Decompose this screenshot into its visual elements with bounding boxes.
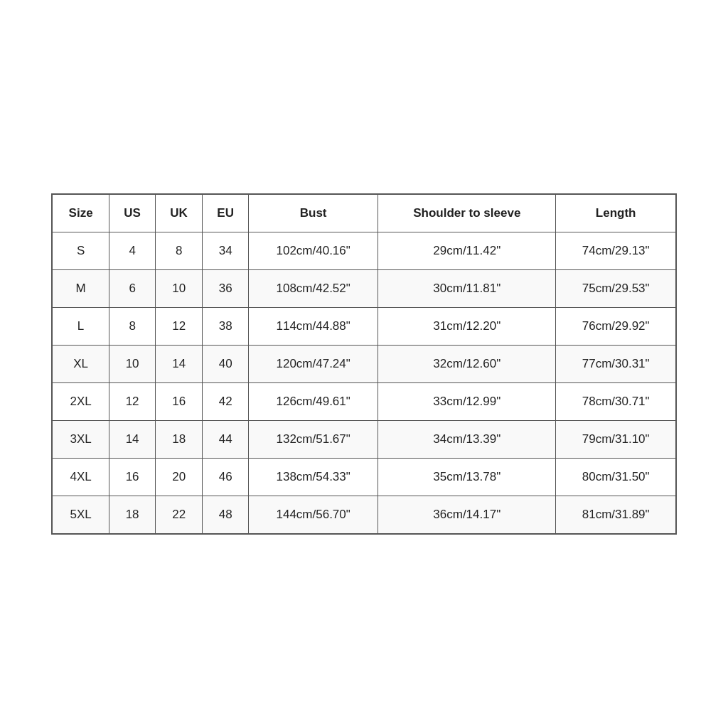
table-row: L81238114cm/44.88"31cm/12.20"76cm/29.92": [52, 308, 676, 346]
cell-r3-c6: 77cm/30.31": [556, 346, 676, 383]
cell-r2-c2: 12: [156, 308, 203, 346]
size-chart-container: SizeUSUKEUBustShoulder to sleeveLength S…: [51, 193, 677, 535]
cell-r2-c1: 8: [109, 308, 156, 346]
cell-r7-c4: 144cm/56.70": [249, 496, 378, 535]
cell-r1-c4: 108cm/42.52": [249, 270, 378, 308]
cell-r4-c2: 16: [156, 383, 203, 421]
cell-r2-c5: 31cm/12.20": [378, 308, 556, 346]
table-header: SizeUSUKEUBustShoulder to sleeveLength: [52, 194, 676, 232]
cell-r6-c6: 80cm/31.50": [556, 459, 676, 496]
cell-r6-c4: 138cm/54.33": [249, 459, 378, 496]
header-col-6: Length: [556, 194, 676, 232]
cell-r3-c5: 32cm/12.60": [378, 346, 556, 383]
cell-r3-c2: 14: [156, 346, 203, 383]
cell-r5-c2: 18: [156, 421, 203, 459]
cell-r7-c3: 48: [203, 496, 249, 535]
cell-r6-c0: 4XL: [52, 459, 109, 496]
cell-r5-c6: 79cm/31.10": [556, 421, 676, 459]
cell-r6-c3: 46: [203, 459, 249, 496]
table-row: 5XL182248144cm/56.70"36cm/14.17"81cm/31.…: [52, 496, 676, 535]
cell-r3-c3: 40: [203, 346, 249, 383]
cell-r4-c1: 12: [109, 383, 156, 421]
cell-r7-c5: 36cm/14.17": [378, 496, 556, 535]
cell-r1-c2: 10: [156, 270, 203, 308]
header-row: SizeUSUKEUBustShoulder to sleeveLength: [52, 194, 676, 232]
cell-r4-c4: 126cm/49.61": [249, 383, 378, 421]
cell-r5-c4: 132cm/51.67": [249, 421, 378, 459]
cell-r7-c1: 18: [109, 496, 156, 535]
cell-r0-c5: 29cm/11.42": [378, 232, 556, 270]
cell-r1-c6: 75cm/29.53": [556, 270, 676, 308]
cell-r1-c5: 30cm/11.81": [378, 270, 556, 308]
cell-r5-c0: 3XL: [52, 421, 109, 459]
cell-r6-c2: 20: [156, 459, 203, 496]
cell-r1-c0: M: [52, 270, 109, 308]
cell-r0-c0: S: [52, 232, 109, 270]
cell-r0-c6: 74cm/29.13": [556, 232, 676, 270]
cell-r5-c1: 14: [109, 421, 156, 459]
table-row: 4XL162046138cm/54.33"35cm/13.78"80cm/31.…: [52, 459, 676, 496]
cell-r0-c1: 4: [109, 232, 156, 270]
cell-r6-c1: 16: [109, 459, 156, 496]
cell-r7-c6: 81cm/31.89": [556, 496, 676, 535]
cell-r3-c1: 10: [109, 346, 156, 383]
header-col-4: Bust: [249, 194, 378, 232]
table-row: M61036108cm/42.52"30cm/11.81"75cm/29.53": [52, 270, 676, 308]
header-col-1: US: [109, 194, 156, 232]
cell-r2-c3: 38: [203, 308, 249, 346]
table-body: S4834102cm/40.16"29cm/11.42"74cm/29.13"M…: [52, 232, 676, 535]
cell-r0-c4: 102cm/40.16": [249, 232, 378, 270]
header-col-5: Shoulder to sleeve: [378, 194, 556, 232]
cell-r4-c5: 33cm/12.99": [378, 383, 556, 421]
cell-r2-c6: 76cm/29.92": [556, 308, 676, 346]
cell-r7-c0: 5XL: [52, 496, 109, 535]
header-col-0: Size: [52, 194, 109, 232]
size-chart-table: SizeUSUKEUBustShoulder to sleeveLength S…: [51, 193, 677, 535]
cell-r3-c0: XL: [52, 346, 109, 383]
cell-r2-c0: L: [52, 308, 109, 346]
cell-r1-c3: 36: [203, 270, 249, 308]
table-row: 3XL141844132cm/51.67"34cm/13.39"79cm/31.…: [52, 421, 676, 459]
table-row: S4834102cm/40.16"29cm/11.42"74cm/29.13": [52, 232, 676, 270]
table-row: XL101440120cm/47.24"32cm/12.60"77cm/30.3…: [52, 346, 676, 383]
cell-r0-c3: 34: [203, 232, 249, 270]
cell-r4-c6: 78cm/30.71": [556, 383, 676, 421]
cell-r4-c0: 2XL: [52, 383, 109, 421]
cell-r0-c2: 8: [156, 232, 203, 270]
cell-r6-c5: 35cm/13.78": [378, 459, 556, 496]
cell-r1-c1: 6: [109, 270, 156, 308]
table-row: 2XL121642126cm/49.61"33cm/12.99"78cm/30.…: [52, 383, 676, 421]
cell-r5-c3: 44: [203, 421, 249, 459]
cell-r4-c3: 42: [203, 383, 249, 421]
cell-r3-c4: 120cm/47.24": [249, 346, 378, 383]
cell-r2-c4: 114cm/44.88": [249, 308, 378, 346]
header-col-2: UK: [156, 194, 203, 232]
header-col-3: EU: [203, 194, 249, 232]
cell-r5-c5: 34cm/13.39": [378, 421, 556, 459]
cell-r7-c2: 22: [156, 496, 203, 535]
